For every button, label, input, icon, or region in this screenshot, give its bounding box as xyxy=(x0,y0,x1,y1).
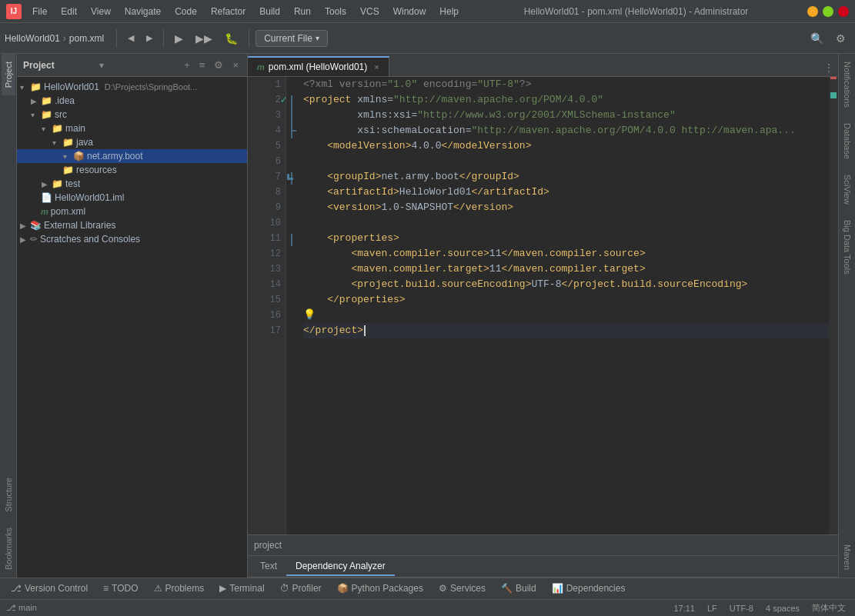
minimize-button[interactable] xyxy=(807,6,818,17)
pom-section-label: project xyxy=(248,534,838,556)
project-add-btn[interactable]: + xyxy=(182,58,192,72)
right-panel-sciview[interactable]: SciView xyxy=(840,167,854,212)
fold-markers-gutter xyxy=(286,77,297,534)
code-line-14: <project.build.sourceEncoding>UTF-8</pro… xyxy=(303,277,829,292)
tree-label-test: test xyxy=(65,178,80,189)
code-line-13: <maven.compiler.target>11</maven.compile… xyxy=(303,261,829,277)
tree-item-main[interactable]: ▾ 📁 main xyxy=(17,122,247,135)
toolbar-nav-back[interactable]: ◀ xyxy=(123,31,139,45)
right-panel-database[interactable]: Database xyxy=(840,115,854,167)
menu-edit[interactable]: Edit xyxy=(55,4,83,19)
current-file-selector[interactable]: Current File ▾ xyxy=(255,30,328,47)
toolbar-debug-icon[interactable]: 🐛 xyxy=(220,30,242,47)
tabs-more-button[interactable]: ⋮ xyxy=(820,59,838,76)
bottom-tab-dependencies[interactable]: 📊 Dependencies xyxy=(544,578,633,600)
menu-code[interactable]: Code xyxy=(169,4,203,19)
fold-marker-2[interactable] xyxy=(286,92,297,108)
right-panel-notifications[interactable]: Notifications xyxy=(840,54,854,115)
language-setting[interactable]: 简体中文 xyxy=(809,601,849,614)
tab-close-pomxml[interactable]: × xyxy=(374,62,379,72)
line-ending[interactable]: LF xyxy=(704,603,720,614)
code-line-15: </properties> xyxy=(303,292,829,308)
tree-item-iml[interactable]: ▶ 📄 HelloWorld01.iml xyxy=(17,191,247,205)
menu-run[interactable]: Run xyxy=(288,4,317,19)
todo-label: TODO xyxy=(112,583,138,594)
right-panel-bigdata[interactable]: Big Data Tools xyxy=(840,212,854,282)
vcs-label: Version Control xyxy=(25,583,88,594)
menu-navigate[interactable]: Navigate xyxy=(119,4,167,19)
line-number-2: 2 ✓ xyxy=(248,92,286,108)
tree-item-resources[interactable]: ▶ 📁 resources xyxy=(17,163,247,177)
sidebar-tab-project[interactable]: Project xyxy=(2,54,15,95)
toolbar-settings-button[interactable]: ⚙ xyxy=(831,30,850,47)
project-settings-btn[interactable]: ⚙ xyxy=(212,58,225,72)
bottom-tab-problems[interactable]: ⚠ Problems xyxy=(146,578,212,600)
tree-item-package[interactable]: ▾ 📦 net.army.boot xyxy=(17,149,247,163)
tree-label-iml: HelloWorld01.iml xyxy=(55,192,124,203)
sidebar-tab-structure[interactable]: Structure xyxy=(2,470,15,520)
app-logo: IJ xyxy=(6,4,22,19)
right-panel-maven[interactable]: Maven xyxy=(840,537,854,578)
project-panel-title: Project xyxy=(23,60,92,71)
tree-item-ext-libs[interactable]: ▶ 📚 External Libraries xyxy=(17,218,247,232)
menu-view[interactable]: View xyxy=(85,4,117,19)
bottom-tab-todo[interactable]: ≡ TODO xyxy=(95,578,145,600)
tree-item-pomxml[interactable]: ▶ m pom.xml xyxy=(17,205,247,218)
fold-space-17 xyxy=(286,323,297,338)
menu-vcs[interactable]: VCS xyxy=(354,4,386,19)
menu-build[interactable]: Build xyxy=(253,4,286,19)
tree-item-scratches[interactable]: ▶ ✏ Scratches and Consoles xyxy=(17,232,247,246)
inner-tab-dependency-analyzer[interactable]: Dependency Analyzer xyxy=(286,558,395,576)
python-packages-icon: 📦 xyxy=(337,583,349,594)
tree-item-root[interactable]: ▾ 📁 HelloWorld01 D:\Projects\SpringBoot.… xyxy=(17,80,247,94)
fold-marker-3 xyxy=(286,108,297,123)
terminal-icon: ▶ xyxy=(219,583,226,594)
bottom-tab-services[interactable]: ⚙ Services xyxy=(431,578,493,600)
bottom-tab-terminal[interactable]: ▶ Terminal xyxy=(212,578,272,600)
tree-item-idea[interactable]: ▶ 📁 .idea xyxy=(17,94,247,108)
bottom-tab-python-packages[interactable]: 📦 Python Packages xyxy=(329,578,431,600)
toolbar-nav-forward[interactable]: ▶ xyxy=(142,31,157,45)
status-bar-left: ⎇ main xyxy=(6,603,37,613)
project-collapse-btn[interactable]: ≡ xyxy=(197,58,208,72)
cursor-position[interactable]: 17:11 xyxy=(670,603,698,614)
indent-settings[interactable]: 4 spaces xyxy=(763,603,803,614)
tree-arrow-pomxml: ▶ xyxy=(31,208,38,216)
menu-refactor[interactable]: Refactor xyxy=(205,4,252,19)
tree-item-src[interactable]: ▾ 📁 src xyxy=(17,108,247,122)
bulb-icon[interactable]: 💡 xyxy=(303,308,316,323)
chevron-down-icon: ▾ xyxy=(316,34,319,42)
line-number-3: 3 xyxy=(248,108,286,123)
bottom-tab-version-control[interactable]: ⎇ Version Control xyxy=(3,578,95,600)
bottom-tab-profiler[interactable]: ⏱ Profiler xyxy=(272,578,329,600)
project-close-btn[interactable]: × xyxy=(230,58,241,72)
line-number-14: 14 xyxy=(248,277,286,292)
code-editor[interactable]: 1 2 ✓ 3 4 5 6 7 8 9 10 11 xyxy=(248,77,838,534)
code-content[interactable]: <?xml version="1.0" encoding="UTF-8"?> <… xyxy=(297,77,829,534)
menu-help[interactable]: Help xyxy=(433,4,465,19)
window-title: HelloWorld01 - pom.xml (HelloWorld01) - … xyxy=(465,6,807,17)
close-button[interactable] xyxy=(838,6,849,17)
fold-marker-7[interactable] xyxy=(286,169,297,185)
inner-tab-text[interactable]: Text xyxy=(251,558,286,576)
toolbar-run-icon[interactable]: ▶▶ xyxy=(191,30,217,47)
left-sidebar: Project Structure Bookmarks xyxy=(0,54,17,578)
maximize-button[interactable] xyxy=(823,6,833,17)
code-line-10 xyxy=(303,215,829,231)
toolbar-search-button[interactable]: 🔍 xyxy=(806,30,828,47)
tree-label-scratches: Scratches and Consoles xyxy=(40,234,140,245)
ext-libs-icon: 📚 xyxy=(30,220,42,231)
bottom-tab-build[interactable]: 🔨 Build xyxy=(493,578,544,600)
menu-window[interactable]: Window xyxy=(387,4,433,19)
tree-item-test[interactable]: ▶ 📁 test xyxy=(17,177,247,191)
tree-item-java[interactable]: ▾ 📁 java xyxy=(17,135,247,149)
menu-tools[interactable]: Tools xyxy=(319,4,352,19)
file-encoding[interactable]: UTF-8 xyxy=(726,603,756,614)
problems-icon: ⚠ xyxy=(154,583,162,594)
menu-file[interactable]: File xyxy=(26,4,53,19)
toolbar-build-icon[interactable]: ▶ xyxy=(170,30,188,47)
fold-marker-11[interactable] xyxy=(286,231,297,246)
sidebar-tab-bookmarks[interactable]: Bookmarks xyxy=(2,520,15,578)
editor-tab-pomxml[interactable]: m pom.xml (HelloWorld01) × xyxy=(248,56,389,76)
git-branch-status[interactable]: ⎇ main xyxy=(6,603,37,613)
